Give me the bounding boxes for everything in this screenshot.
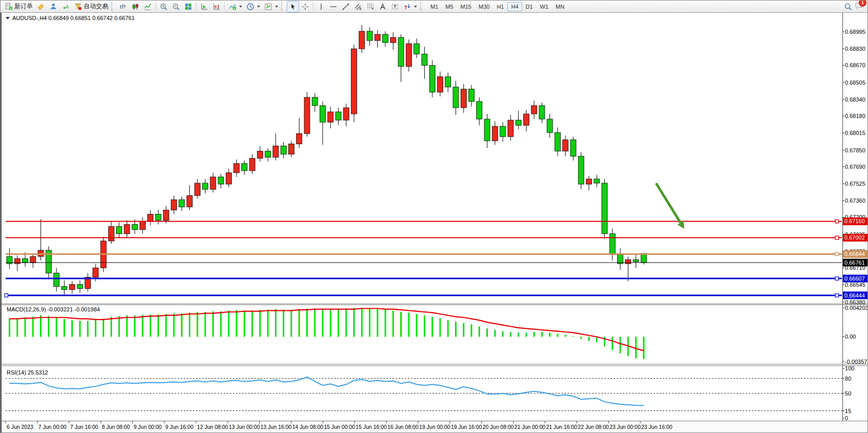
candle — [312, 97, 318, 106]
toolbar-grip — [111, 3, 116, 11]
candle-chart-button[interactable] — [129, 1, 142, 12]
text-tool-button[interactable] — [377, 1, 389, 12]
autoscroll-button[interactable] — [198, 1, 210, 12]
timeframe-button-m30[interactable]: M30 — [475, 2, 493, 11]
crosshair-button[interactable] — [299, 1, 311, 12]
toolbar-separator — [313, 2, 313, 11]
text-icon — [379, 3, 387, 11]
candle — [30, 257, 36, 263]
label-tool-button[interactable] — [389, 1, 401, 12]
candle — [77, 284, 83, 288]
profile-button[interactable] — [35, 1, 47, 12]
timeframe-button-m15[interactable]: M15 — [457, 2, 475, 11]
clock-icon — [246, 3, 254, 11]
candle — [343, 108, 349, 120]
line-handle[interactable] — [835, 277, 838, 280]
candle — [116, 227, 122, 234]
candle — [304, 97, 310, 133]
toolbar: 新订单 自动交易 — [1, 1, 867, 13]
chart-shift-button[interactable] — [210, 1, 223, 12]
candle — [187, 195, 192, 207]
candle — [108, 227, 114, 241]
svg-text:0.67160: 0.67160 — [844, 218, 865, 224]
arrows-tool-button[interactable] — [401, 1, 419, 12]
trendline-tool-button[interactable] — [340, 1, 352, 12]
rsi-label: RSI(14) 25.5312 — [7, 369, 48, 376]
candle — [508, 120, 514, 136]
periods-button[interactable] — [244, 1, 262, 12]
line-handle[interactable] — [5, 294, 8, 297]
timeframe-button-h4[interactable]: H4 — [507, 2, 522, 11]
vertical-line-tool-button[interactable] — [315, 1, 327, 12]
chart-canvas[interactable]: 0.689950.688300.686700.685050.683400.681… — [2, 13, 867, 432]
candle — [273, 146, 279, 157]
new-order-button[interactable]: 新订单 — [3, 1, 35, 12]
candle — [124, 225, 130, 234]
signals-button[interactable] — [60, 1, 72, 12]
horizontal-line-tool-button[interactable] — [327, 1, 340, 12]
tile-windows-button[interactable] — [182, 1, 194, 12]
candle — [586, 179, 591, 184]
timeframe-button-m5[interactable]: M5 — [442, 2, 457, 11]
candle — [140, 221, 145, 229]
candle — [633, 260, 639, 262]
toolbar-grip — [420, 3, 425, 11]
candle — [163, 210, 169, 220]
line-handle[interactable] — [835, 294, 838, 297]
candle — [328, 112, 333, 122]
svg-text:0.68505: 0.68505 — [845, 80, 865, 86]
timeframe-button-h1[interactable]: H1 — [493, 2, 507, 11]
candle — [602, 183, 607, 234]
svg-text:23 Jun 16:00: 23 Jun 16:00 — [641, 424, 673, 430]
templates-button[interactable] — [262, 1, 280, 12]
fibonacci-icon — [366, 3, 374, 11]
svg-text:0.004203: 0.004203 — [845, 305, 867, 311]
zoom-in-button[interactable] — [157, 1, 170, 12]
bar-chart-button[interactable] — [117, 1, 129, 12]
svg-text:0.68015: 0.68015 — [845, 130, 865, 136]
candle-chart-icon — [131, 3, 140, 11]
candle — [171, 200, 177, 210]
candle — [132, 225, 137, 230]
svg-text:80: 80 — [845, 376, 851, 382]
collapse-icon[interactable] — [6, 17, 10, 19]
candle — [477, 102, 482, 119]
search-button[interactable] — [842, 1, 854, 12]
line-chart-button[interactable] — [142, 1, 154, 12]
timeframe-button-w1[interactable]: W1 — [537, 2, 553, 11]
chart-shift-icon — [212, 3, 221, 11]
timeframe-button-d1[interactable]: D1 — [522, 2, 537, 11]
cursor-button[interactable] — [287, 1, 299, 12]
candle — [539, 106, 545, 119]
line-handle[interactable] — [835, 220, 838, 223]
svg-text:19 Jun 16:00: 19 Jun 16:00 — [451, 424, 482, 430]
candle — [453, 87, 459, 108]
fibonacci-tool-button[interactable] — [364, 1, 377, 12]
chat-button[interactable]: 1 — [854, 2, 863, 12]
candle — [406, 44, 411, 66]
terminal-button[interactable] — [47, 1, 60, 12]
svg-text:14 Jun 08:00: 14 Jun 08:00 — [292, 424, 324, 430]
chart-window: 0.689950.688300.686700.685050.683400.681… — [1, 13, 867, 432]
autotrading-button[interactable]: 自动交易 — [72, 1, 110, 12]
template-icon — [264, 3, 272, 11]
svg-text:0.67360: 0.67360 — [845, 198, 865, 204]
autotrading-icon — [74, 3, 82, 11]
candle — [484, 119, 490, 141]
svg-text:0: 0 — [845, 415, 848, 421]
crosshair-icon — [301, 3, 309, 11]
indicators-button[interactable] — [226, 1, 244, 12]
svg-text:8 Jun 08:00: 8 Jun 08:00 — [102, 424, 130, 430]
candle — [531, 106, 537, 114]
svg-text:-0.003575: -0.003575 — [845, 359, 867, 365]
candle — [618, 254, 623, 264]
zoom-out-button[interactable] — [170, 1, 182, 12]
candle — [359, 31, 365, 49]
timeframe-group: M1M5M15M30H1H4D1W1MN — [427, 2, 568, 11]
timeframe-button-mn[interactable]: MN — [552, 2, 568, 11]
candle — [383, 34, 388, 43]
channel-tool-button[interactable] — [352, 1, 364, 12]
timeframe-button-m1[interactable]: M1 — [427, 2, 442, 11]
line-handle[interactable] — [835, 252, 838, 255]
line-handle[interactable] — [835, 236, 838, 239]
